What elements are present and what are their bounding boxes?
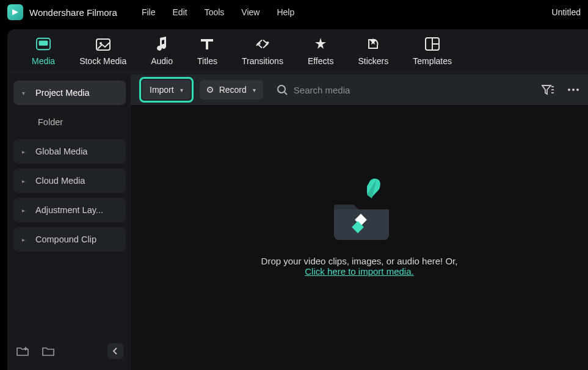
transitions-icon bbox=[255, 37, 270, 51]
svg-line-10 bbox=[285, 92, 287, 95]
toolbar-right bbox=[542, 84, 579, 95]
search-input[interactable] bbox=[294, 85, 416, 95]
sidebar-item-global-media[interactable]: ▸ Global Media bbox=[13, 139, 126, 164]
sidebar-item-label: Global Media bbox=[35, 147, 87, 156]
search-icon bbox=[277, 84, 288, 95]
effects-icon bbox=[313, 37, 328, 51]
tab-stickers-label: Stickers bbox=[358, 56, 388, 66]
tab-titles[interactable]: Titles bbox=[197, 37, 217, 66]
import-dropdown[interactable]: Import ▾ bbox=[142, 80, 191, 100]
tab-effects[interactable]: Effects bbox=[308, 37, 334, 66]
import-highlight: Import ▾ bbox=[139, 77, 194, 103]
tab-stock-media-label: Stock Media bbox=[79, 56, 126, 66]
templates-icon bbox=[425, 37, 440, 51]
new-folder-icon[interactable] bbox=[16, 344, 29, 358]
drop-text: Drop your video clips, images, or audio … bbox=[261, 256, 458, 266]
sidebar-item-label: Folder bbox=[38, 117, 63, 127]
sidebar-item-label: Cloud Media bbox=[35, 176, 85, 186]
app-name: Wondershare Filmora bbox=[29, 7, 117, 18]
app-logo-icon bbox=[7, 4, 23, 20]
tab-transitions-label: Transitions bbox=[242, 56, 283, 66]
chevron-down-icon: ▾ bbox=[22, 90, 28, 96]
chevron-right-icon: ▸ bbox=[22, 207, 28, 214]
sidebar-item-label: Project Media bbox=[35, 88, 90, 98]
tab-templates[interactable]: Templates bbox=[413, 37, 452, 66]
tab-stock-media[interactable]: Stock Media bbox=[79, 37, 126, 66]
media-icon bbox=[36, 37, 51, 51]
titles-icon bbox=[200, 37, 214, 51]
media-main: Import ▾ Record ▾ bbox=[131, 74, 588, 370]
chevron-right-icon: ▸ bbox=[22, 178, 28, 184]
module-tabbar: Media Stock Media Audio Titles Transitio… bbox=[7, 29, 588, 73]
tab-audio[interactable]: Audio bbox=[151, 37, 173, 66]
import-folder-icon bbox=[323, 174, 396, 241]
svg-point-16 bbox=[576, 89, 579, 91]
tab-templates-label: Templates bbox=[413, 56, 452, 66]
tab-media[interactable]: Media bbox=[32, 37, 55, 66]
chevron-down-icon: ▾ bbox=[253, 87, 256, 93]
media-sidebar: ▾ Project Media Folder ▸ Global Media ▸ … bbox=[7, 74, 131, 370]
sidebar-item-project-media[interactable]: ▾ Project Media bbox=[13, 81, 126, 105]
folder-icon[interactable] bbox=[42, 344, 55, 358]
tab-audio-label: Audio bbox=[151, 56, 173, 66]
svg-point-15 bbox=[572, 89, 575, 91]
record-label: Record bbox=[219, 85, 247, 95]
sidebar-item-folder[interactable]: Folder bbox=[13, 110, 126, 134]
import-label: Import bbox=[150, 85, 174, 95]
sidebar-item-label: Compound Clip bbox=[35, 234, 96, 244]
sidebar-item-label: Adjustment Lay... bbox=[35, 205, 103, 215]
search-wrap bbox=[277, 84, 535, 95]
media-toolbar: Import ▾ Record ▾ bbox=[131, 74, 588, 105]
audio-icon bbox=[154, 37, 169, 51]
collapse-sidebar-button[interactable] bbox=[107, 343, 123, 359]
record-icon bbox=[207, 87, 213, 93]
sidebar-item-compound-clip[interactable]: ▸ Compound Clip bbox=[13, 227, 126, 252]
menu-edit[interactable]: Edit bbox=[173, 7, 187, 17]
tab-media-label: Media bbox=[32, 56, 55, 66]
stickers-icon bbox=[366, 37, 380, 51]
chevron-right-icon: ▸ bbox=[22, 236, 28, 243]
menu-file[interactable]: File bbox=[142, 7, 156, 17]
chevron-down-icon: ▾ bbox=[180, 87, 183, 93]
workspace: Media Stock Media Audio Titles Transitio… bbox=[7, 29, 588, 370]
document-title: Untitled bbox=[552, 7, 581, 17]
sidebar-item-adjustment-layer[interactable]: ▸ Adjustment Lay... bbox=[13, 198, 126, 222]
titlebar: Wondershare Filmora File Edit Tools View… bbox=[0, 0, 588, 24]
chevron-right-icon: ▸ bbox=[22, 148, 28, 155]
import-link[interactable]: Click here to import media. bbox=[261, 266, 458, 277]
menu-view[interactable]: View bbox=[241, 7, 260, 17]
sidebar-item-cloud-media[interactable]: ▸ Cloud Media bbox=[13, 169, 126, 193]
main-menu: File Edit Tools View Help bbox=[142, 7, 294, 17]
stock-media-icon bbox=[96, 37, 111, 51]
record-dropdown[interactable]: Record ▾ bbox=[200, 80, 263, 100]
tab-titles-label: Titles bbox=[197, 56, 217, 66]
tab-transitions[interactable]: Transitions bbox=[242, 37, 283, 66]
svg-rect-1 bbox=[39, 40, 48, 45]
tab-effects-label: Effects bbox=[308, 56, 334, 66]
svg-point-9 bbox=[278, 85, 285, 93]
svg-point-14 bbox=[568, 89, 570, 91]
more-icon[interactable] bbox=[567, 88, 579, 92]
menu-help[interactable]: Help bbox=[277, 7, 294, 17]
sidebar-bottom bbox=[13, 339, 126, 365]
menu-tools[interactable]: Tools bbox=[205, 7, 225, 17]
filter-icon[interactable] bbox=[542, 84, 554, 95]
drop-stage[interactable]: Drop your video clips, images, or audio … bbox=[131, 105, 588, 370]
tab-stickers[interactable]: Stickers bbox=[358, 37, 388, 66]
